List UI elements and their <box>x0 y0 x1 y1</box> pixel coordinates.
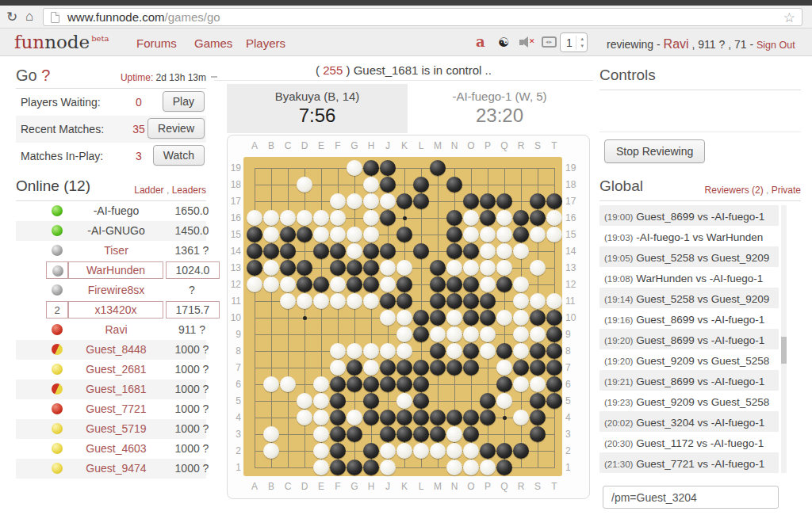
black-stone[interactable] <box>530 310 546 326</box>
white-stone[interactable] <box>247 210 262 226</box>
white-stone[interactable] <box>263 426 279 442</box>
black-stone[interactable] <box>263 243 279 259</box>
black-stone[interactable] <box>530 193 546 209</box>
player-name[interactable]: x13420x <box>69 302 163 319</box>
white-stone[interactable] <box>496 210 512 226</box>
white-stone[interactable] <box>513 343 529 359</box>
white-stone[interactable] <box>330 293 346 309</box>
white-stone[interactable] <box>263 277 279 292</box>
white-stone[interactable] <box>513 310 529 326</box>
white-stone[interactable] <box>380 260 396 276</box>
black-stone[interactable] <box>513 360 529 376</box>
black-stone[interactable] <box>430 293 446 309</box>
white-stone[interactable] <box>463 443 479 459</box>
black-stone[interactable] <box>347 426 362 442</box>
white-stone[interactable] <box>430 326 446 342</box>
black-stone[interactable] <box>363 393 379 409</box>
black-stone[interactable] <box>530 210 546 226</box>
black-stone[interactable] <box>347 260 362 276</box>
black-stone[interactable] <box>380 243 396 259</box>
white-stone[interactable] <box>380 277 396 292</box>
white-stone[interactable] <box>330 193 346 209</box>
black-stone[interactable] <box>396 426 412 442</box>
white-stone[interactable] <box>480 460 496 475</box>
reviewers-link[interactable]: Reviewers (2) <box>705 185 764 196</box>
yin-yang-icon[interactable]: ☯ <box>498 35 509 50</box>
black-stone[interactable] <box>363 410 379 425</box>
player-name[interactable]: Guest_2681 <box>71 363 161 376</box>
white-stone[interactable] <box>463 326 479 342</box>
white-stone[interactable] <box>330 277 346 292</box>
white-stone[interactable] <box>347 160 362 176</box>
player-name[interactable]: Guest_4603 <box>71 442 161 455</box>
private-link[interactable]: Private <box>772 185 801 196</box>
black-stone[interactable] <box>546 343 562 359</box>
white-stone[interactable] <box>347 243 362 259</box>
white-stone[interactable] <box>463 260 479 276</box>
black-stone[interactable] <box>463 243 479 259</box>
white-stone[interactable] <box>363 177 379 193</box>
white-stone[interactable] <box>313 293 329 309</box>
black-stone[interactable] <box>363 443 379 459</box>
white-stone[interactable] <box>513 243 529 259</box>
leaders-link[interactable]: Leaders <box>172 185 206 196</box>
white-stone[interactable] <box>446 326 462 342</box>
black-stone[interactable] <box>330 410 346 425</box>
black-stone[interactable] <box>297 277 312 292</box>
black-stone[interactable] <box>446 277 462 292</box>
black-stone[interactable] <box>380 376 396 392</box>
black-stone[interactable] <box>513 210 529 226</box>
white-stone[interactable] <box>247 277 262 292</box>
black-stone[interactable] <box>480 393 496 409</box>
black-stone[interactable] <box>430 410 446 425</box>
black-stone[interactable] <box>396 410 412 425</box>
white-stone[interactable] <box>446 460 462 475</box>
black-stone[interactable] <box>380 160 396 176</box>
white-stone[interactable] <box>297 393 312 409</box>
player-name[interactable]: Guest_5719 <box>71 422 161 435</box>
black-stone[interactable] <box>380 210 396 226</box>
white-stone[interactable] <box>430 443 446 459</box>
black-stone[interactable] <box>530 426 546 442</box>
site-logo[interactable]: funnodebeta <box>14 32 109 52</box>
bookmark-star-icon[interactable]: ☆ <box>783 10 795 26</box>
black-stone[interactable] <box>413 360 429 376</box>
black-stone[interactable] <box>546 376 562 392</box>
black-stone[interactable] <box>480 193 496 209</box>
black-stone[interactable] <box>297 227 312 242</box>
black-stone[interactable] <box>480 210 496 226</box>
black-stone[interactable] <box>496 443 512 459</box>
nav-forums[interactable]: Forums <box>136 36 177 50</box>
white-stone[interactable] <box>363 227 379 242</box>
black-stone[interactable] <box>413 243 429 259</box>
white-stone[interactable] <box>396 310 412 326</box>
black-stone[interactable] <box>463 277 479 292</box>
black-stone[interactable] <box>347 376 362 392</box>
white-stone[interactable] <box>496 260 512 276</box>
white-stone[interactable] <box>313 443 329 459</box>
black-stone[interactable] <box>530 410 546 425</box>
white-stone[interactable] <box>546 210 562 226</box>
player-name[interactable]: WarHunden <box>69 262 163 279</box>
black-stone[interactable] <box>446 410 462 425</box>
black-stone[interactable] <box>363 277 379 292</box>
black-stone[interactable] <box>380 360 396 376</box>
white-stone[interactable] <box>330 343 346 359</box>
board-size-spinner[interactable]: 1 ▴▾ <box>560 32 588 52</box>
white-stone[interactable] <box>396 260 412 276</box>
black-stone[interactable] <box>247 260 262 276</box>
white-stone[interactable] <box>546 293 562 309</box>
player-name[interactable]: -AI-fuego <box>71 204 161 217</box>
white-stone[interactable] <box>480 343 496 359</box>
black-stone[interactable] <box>330 260 346 276</box>
chat-input[interactable] <box>603 486 779 509</box>
black-stone[interactable] <box>280 260 296 276</box>
white-stone[interactable] <box>330 227 346 242</box>
black-stone[interactable] <box>546 310 562 326</box>
white-stone[interactable] <box>446 343 462 359</box>
review-button[interactable]: Review <box>147 118 205 139</box>
black-stone[interactable] <box>413 376 429 392</box>
white-stone[interactable] <box>480 326 496 342</box>
black-stone[interactable] <box>396 293 412 309</box>
white-stone[interactable] <box>496 243 512 259</box>
